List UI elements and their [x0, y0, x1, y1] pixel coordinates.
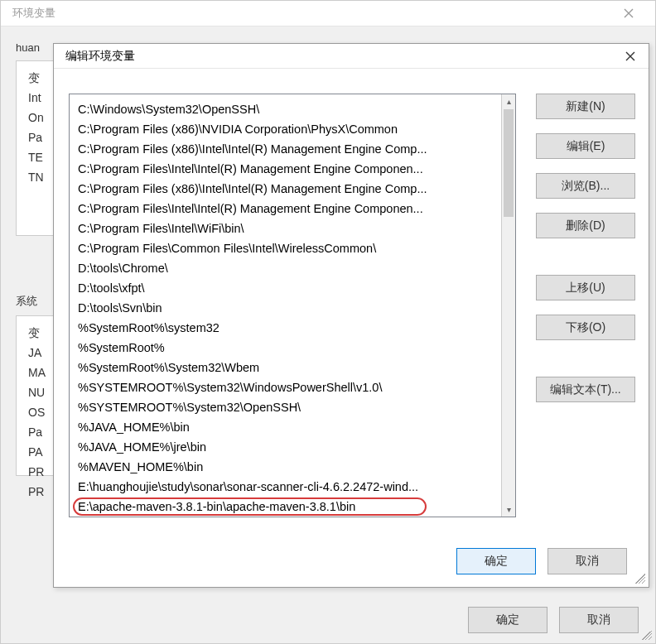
path-list-item[interactable]: C:\Program Files\Intel\WiFi\bin\ [70, 219, 501, 238]
path-list-container: C:\Windows\System32\OpenSSH\C:\Program F… [69, 94, 516, 517]
move-up-button[interactable]: 上移(U) [536, 275, 635, 300]
edit-env-var-dialog: 编辑环境变量 C:\Windows\System32\OpenSSH\C:\Pr… [53, 43, 649, 588]
path-list-item[interactable]: D:\tools\Chrome\ [70, 258, 501, 278]
resize-grip-icon[interactable] [635, 574, 645, 584]
outer-footer: 确定 取消 [468, 607, 639, 633]
path-list-item[interactable]: %SYSTEMROOT%\System32\WindowsPowerShell\… [70, 377, 501, 397]
path-list-item[interactable]: D:\tools\xfpt\ [70, 278, 501, 298]
outer-ok-button[interactable]: 确定 [468, 607, 547, 633]
dialog-footer: 确定 取消 [54, 536, 649, 587]
path-list-item[interactable]: C:\Program Files (x86)\Intel\Intel(R) Ma… [70, 139, 501, 159]
outer-cancel-button[interactable]: 取消 [559, 607, 639, 633]
path-list-item[interactable]: %MAVEN_HOME%\bin [70, 457, 501, 477]
dialog-ok-button[interactable]: 确定 [456, 548, 536, 574]
scroll-thumb[interactable] [504, 109, 514, 217]
outer-close-button[interactable] [610, 1, 647, 26]
dialog-titlebar: 编辑环境变量 [54, 44, 649, 69]
path-list-item[interactable]: C:\Program Files (x86)\NVIDIA Corporatio… [70, 119, 501, 139]
path-list-scrollbar[interactable]: ▴ ▾ [501, 94, 515, 517]
dialog-title: 编辑环境变量 [65, 49, 135, 64]
scroll-up-icon[interactable]: ▴ [502, 94, 515, 108]
close-icon [624, 8, 634, 18]
scroll-down-icon[interactable]: ▾ [502, 502, 515, 517]
new-button[interactable]: 新建(N) [536, 94, 635, 119]
outer-window-title: 环境变量 [9, 6, 55, 21]
browse-button[interactable]: 浏览(B)... [536, 173, 635, 199]
path-list-item[interactable]: C:\Program Files\Intel\Intel(R) Manageme… [70, 159, 501, 179]
path-list-item[interactable]: D:\tools\Svn\bin [70, 298, 501, 318]
path-list-item[interactable]: %JAVA_HOME%\jre\bin [70, 437, 501, 457]
close-icon [625, 51, 635, 61]
dialog-button-column: 新建(N) 编辑(E) 浏览(B)... 删除(D) 上移(U) 下移(O) 编… [536, 94, 635, 536]
path-list-item[interactable]: C:\Windows\System32\OpenSSH\ [70, 99, 501, 119]
path-list-item[interactable]: %SystemRoot%\System32\Wbem [70, 358, 501, 377]
path-list-item[interactable]: %SYSTEMROOT%\System32\OpenSSH\ [70, 397, 501, 417]
path-list-item[interactable]: E:\huanghoujie\study\sonar\sonar-scanner… [70, 477, 501, 497]
path-list-item[interactable]: C:\Program Files (x86)\Intel\Intel(R) Ma… [70, 179, 501, 199]
resize-grip-icon[interactable] [642, 630, 652, 640]
move-down-button[interactable]: 下移(O) [536, 315, 635, 340]
path-list-item[interactable]: C:\Program Files\Common Files\Intel\Wire… [70, 238, 501, 258]
edit-text-button[interactable]: 编辑文本(T)... [536, 377, 635, 402]
path-list[interactable]: C:\Windows\System32\OpenSSH\C:\Program F… [70, 94, 501, 517]
edit-button[interactable]: 编辑(E) [536, 133, 635, 159]
dialog-body: C:\Windows\System32\OpenSSH\C:\Program F… [54, 69, 649, 536]
path-list-item[interactable]: %SystemRoot%\system32 [70, 318, 501, 338]
path-list-item[interactable]: %SystemRoot% [70, 338, 501, 358]
path-list-item[interactable]: %JAVA_HOME%\bin [70, 417, 501, 437]
dialog-close-button[interactable] [611, 44, 649, 69]
dialog-cancel-button[interactable]: 取消 [547, 548, 627, 574]
outer-titlebar: 环境变量 [1, 1, 655, 26]
delete-button[interactable]: 删除(D) [536, 213, 635, 238]
path-list-item[interactable]: C:\Program Files\Intel\Intel(R) Manageme… [70, 199, 501, 219]
path-list-item[interactable]: E:\apache-maven-3.8.1-bin\apache-maven-3… [70, 497, 501, 517]
